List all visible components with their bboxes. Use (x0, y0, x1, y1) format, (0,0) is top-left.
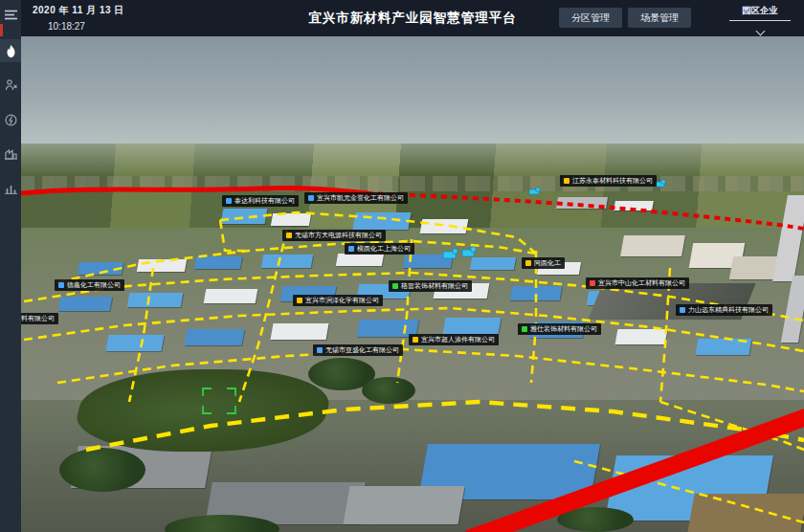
map-3d-viewport[interactable]: 泰达利科技有限公司宜兴市凯元金誉化工有限公司无锡市方天电源科技有限公司横圆化工上… (21, 36, 804, 532)
company-label[interactable]: 无锡市方天电源科技有限公司 (282, 230, 386, 241)
company-label[interactable]: 宜兴市凯元金誉化工有限公司 (304, 192, 408, 204)
company-label-text: 宜兴市润泽化学有限公司 (305, 296, 379, 305)
company-label-text: 无锡市方天电源科技有限公司 (295, 231, 382, 240)
flame-icon[interactable] (0, 39, 21, 62)
header-bar: 2020 年 11 月 13 日 10:18:27 宜兴市新材料产业园智慧管理平… (21, 0, 804, 36)
company-label-text: 无锡市亚盛化工有限公司 (325, 345, 399, 355)
company-label-text: 雅仕装饰材料有限公司 (530, 324, 597, 334)
company-label-text: 同圆化工 (534, 258, 561, 268)
company-labels-layer: 泰达利科技有限公司宜兴市凯元金誉化工有限公司无锡市方天电源科技有限公司横圆化工上… (21, 36, 804, 532)
company-label-text: 宜兴市凯元金誉化工有限公司 (317, 193, 404, 203)
company-marker-icon (392, 283, 398, 289)
company-label[interactable]: 宜兴市润泽化学有限公司 (293, 295, 383, 306)
company-marker-icon (590, 280, 595, 286)
company-label-text: 江苏永泰材料科技有限公司 (572, 176, 653, 186)
factory-icon[interactable] (0, 143, 21, 166)
company-label[interactable]: 横圆化工上海公司 (345, 243, 414, 255)
worker-icon[interactable] (0, 74, 21, 97)
sidebar (0, 0, 21, 532)
company-marker-icon (522, 326, 527, 332)
company-label[interactable]: 力山远东精典科技有限公司 (676, 304, 772, 316)
company-label-text: 宜兴市中山化工材料有限公司 (598, 278, 685, 288)
menu-icon[interactable] (0, 3, 21, 26)
scene-management-button[interactable]: 场景管理 (628, 8, 691, 28)
bar-chart-icon[interactable] (0, 177, 21, 200)
company-label[interactable]: 宜兴市中山化工材料有限公司 (586, 277, 689, 289)
park-enterprise-dropdown[interactable]: 园区企业 (729, 5, 791, 38)
company-label-text: 宜兴市超人涂件有限公司 (421, 335, 495, 344)
company-label-text: 泰达利科技有限公司 (234, 196, 295, 206)
zone-management-button[interactable]: 分区管理 (559, 8, 622, 28)
company-marker-icon (413, 337, 418, 343)
company-label[interactable]: 市图联科材料有限公司 (21, 313, 58, 324)
company-label[interactable]: 无锡市亚盛化工有限公司 (313, 344, 403, 356)
company-marker-icon (680, 307, 685, 313)
company-marker-icon (286, 233, 292, 238)
company-label-text: 横圆化工上海公司 (357, 244, 411, 254)
company-marker-icon (348, 246, 354, 252)
company-label-text: 格雷装饰材料有限公司 (401, 281, 468, 291)
company-marker-icon (564, 178, 570, 184)
smart-park-platform: 2020 年 11 月 13 日 10:18:27 宜兴市新材料产业园智慧管理平… (0, 0, 804, 532)
company-label[interactable]: 德鑫化工有限公司 (55, 279, 124, 291)
chevron-down-icon (755, 27, 765, 36)
company-label[interactable]: 宜兴市超人涂件有限公司 (409, 334, 499, 345)
company-label[interactable]: 江苏永泰材料科技有限公司 (560, 175, 657, 187)
sidebar-alert-stripe (0, 24, 3, 36)
park-enterprise-label: 园区企业 (729, 5, 791, 21)
company-marker-icon (226, 198, 232, 204)
company-marker-icon (297, 298, 302, 303)
company-label[interactable]: 泰达利科技有限公司 (222, 195, 299, 207)
company-label-text: 市图联科材料有限公司 (21, 314, 55, 323)
company-marker-icon (525, 260, 531, 266)
company-label[interactable]: 雅仕装饰材料有限公司 (518, 323, 601, 335)
company-label[interactable]: 同圆化工 (522, 257, 565, 269)
power-globe-icon[interactable] (0, 108, 21, 131)
company-label-text: 德鑫化工有限公司 (67, 280, 121, 290)
company-marker-icon (317, 347, 323, 353)
company-marker-icon (58, 282, 64, 288)
company-label[interactable]: 格雷装饰材料有限公司 (389, 280, 472, 292)
company-marker-icon (308, 195, 314, 201)
company-label-text: 力山远东精典科技有限公司 (688, 305, 769, 315)
